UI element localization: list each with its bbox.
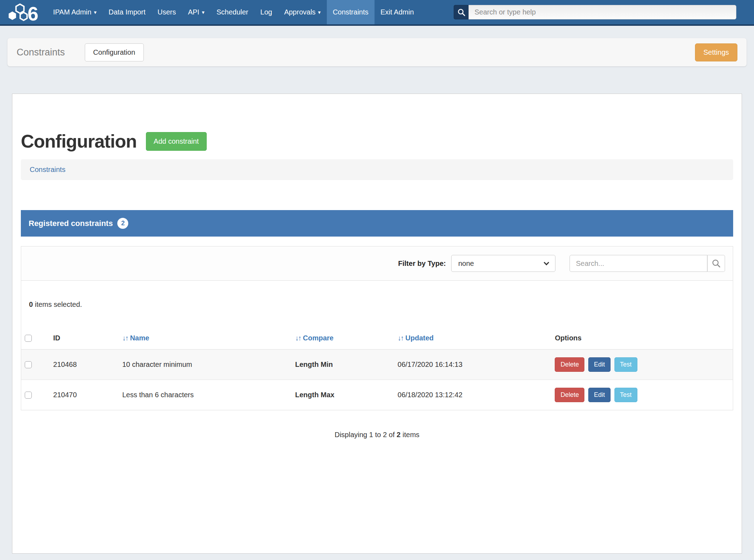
- constraints-table: ID ↓↑Name ↓↑Compare ↓↑Updated Options 21…: [21, 328, 733, 410]
- cell-updated: 06/17/2020 16:14:13: [394, 350, 551, 380]
- caret-down-icon: ▾: [202, 10, 205, 15]
- nav-item-ipam-admin[interactable]: IPAM Admin▾: [47, 0, 102, 24]
- section-title: Constraints: [17, 47, 65, 58]
- test-button[interactable]: Test: [614, 357, 637, 372]
- nav-item-exit-admin[interactable]: Exit Admin: [375, 0, 420, 24]
- app-logo[interactable]: 6: [0, 0, 47, 24]
- count-badge: 2: [117, 218, 128, 229]
- column-header-compare[interactable]: ↓↑Compare: [291, 328, 394, 350]
- filter-type-label: Filter by Type:: [398, 260, 446, 268]
- edit-button[interactable]: Edit: [588, 388, 611, 402]
- selected-text: items selected.: [33, 300, 82, 308]
- cell-options: Delete Edit Test: [551, 380, 733, 410]
- nav-item-api[interactable]: API▾: [182, 0, 211, 24]
- nav-menu: IPAM Admin▾ Data Import Users API▾ Sched…: [47, 0, 420, 24]
- nav-item-label: Log: [260, 8, 272, 16]
- svg-text:6: 6: [28, 4, 39, 21]
- nav-item-log[interactable]: Log: [254, 0, 278, 24]
- column-header-options: Options: [551, 328, 733, 350]
- nav-item-scheduler[interactable]: Scheduler: [211, 0, 254, 24]
- add-constraint-button[interactable]: Add constraint: [146, 132, 207, 151]
- caret-down-icon: ▾: [94, 10, 97, 15]
- table-search-group: [570, 255, 725, 272]
- column-header-name[interactable]: ↓↑Name: [119, 328, 291, 350]
- row-checkbox-cell: [21, 350, 50, 380]
- cell-id: 210468: [50, 350, 119, 380]
- main-content-card: Configuration Add constraint Constraints…: [12, 94, 742, 554]
- settings-button[interactable]: Settings: [695, 43, 737, 61]
- nav-item-label: Exit Admin: [381, 8, 414, 16]
- nav-item-label: IPAM Admin: [53, 8, 92, 16]
- table-search-input[interactable]: [570, 255, 707, 272]
- column-header-id: ID: [50, 328, 119, 350]
- breadcrumb: Constraints: [21, 159, 733, 180]
- filter-type-selected-value: none: [458, 260, 474, 268]
- cell-name: Less than 6 characters: [119, 380, 291, 410]
- caret-down-icon: ▾: [318, 10, 321, 15]
- selection-summary: 0 items selected.: [29, 300, 733, 309]
- table-row: 210470 Less than 6 characters Length Max…: [21, 380, 733, 410]
- global-search-button[interactable]: [454, 5, 469, 19]
- row-checkbox[interactable]: [25, 392, 32, 399]
- nav-item-approvals[interactable]: Approvals▾: [278, 0, 326, 24]
- page-header-bar: Constraints Configuration Settings: [7, 38, 747, 66]
- top-navbar: 6 IPAM Admin▾ Data Import Users API▾ Sch…: [0, 0, 754, 26]
- nav-item-label: Scheduler: [217, 8, 248, 16]
- column-header-updated[interactable]: ↓↑Updated: [394, 328, 551, 350]
- search-icon: [457, 8, 466, 17]
- delete-button[interactable]: Delete: [555, 388, 584, 402]
- selected-count: 0: [29, 300, 33, 308]
- nav-item-label: Data Import: [108, 8, 145, 16]
- delete-button[interactable]: Delete: [555, 357, 584, 372]
- configuration-tab-button[interactable]: Configuration: [85, 43, 144, 61]
- nav-item-label: API: [188, 8, 199, 16]
- cell-updated: 06/18/2020 13:12:42: [394, 380, 551, 410]
- select-all-checkbox[interactable]: [25, 335, 32, 342]
- cell-compare: Length Min: [291, 350, 394, 380]
- nav-item-label: Users: [158, 8, 176, 16]
- search-icon: [712, 259, 721, 268]
- nav-item-label: Constraints: [333, 8, 369, 16]
- global-search-input[interactable]: [469, 5, 736, 19]
- cell-options: Delete Edit Test: [551, 350, 733, 380]
- sort-icon: ↓↑: [122, 334, 128, 342]
- nav-item-constraints[interactable]: Constraints: [327, 0, 375, 24]
- breadcrumb-link-constraints[interactable]: Constraints: [30, 166, 65, 173]
- table-header-row: ID ↓↑Name ↓↑Compare ↓↑Updated Options: [21, 328, 733, 350]
- table-row: 210468 10 character minimum Length Min 0…: [21, 350, 733, 380]
- edit-button[interactable]: Edit: [588, 357, 611, 372]
- cell-name: 10 character minimum: [119, 350, 291, 380]
- total-items-count: 2: [397, 431, 401, 439]
- row-checkbox[interactable]: [25, 361, 32, 368]
- registered-constraints-panel-header: Registered constraints 2: [21, 210, 733, 237]
- sort-icon: ↓↑: [295, 334, 301, 342]
- filter-type-select[interactable]: none: [451, 255, 555, 272]
- table-filter-row: Filter by Type: none: [21, 246, 733, 281]
- nav-item-label: Approvals: [284, 8, 316, 16]
- cell-compare: Length Max: [291, 380, 394, 410]
- header-checkbox-cell: [21, 328, 50, 350]
- chevron-down-icon: [544, 260, 549, 265]
- test-button[interactable]: Test: [614, 388, 637, 402]
- global-search: [454, 5, 736, 19]
- hexagon-logo-icon: 6: [6, 4, 41, 21]
- panel-title: Registered constraints: [29, 219, 113, 228]
- constraints-panel-body: Filter by Type: none 0 items selected.: [21, 246, 733, 410]
- sort-icon: ↓↑: [397, 334, 403, 342]
- nav-item-data-import[interactable]: Data Import: [102, 0, 151, 24]
- table-search-button[interactable]: [707, 255, 725, 272]
- nav-item-users[interactable]: Users: [152, 0, 182, 24]
- row-checkbox-cell: [21, 380, 50, 410]
- title-row: Configuration Add constraint: [21, 131, 733, 152]
- cell-id: 210470: [50, 380, 119, 410]
- pagination-summary: Displaying 1 to 2 of 2 items: [21, 431, 733, 439]
- page-title: Configuration: [21, 131, 137, 152]
